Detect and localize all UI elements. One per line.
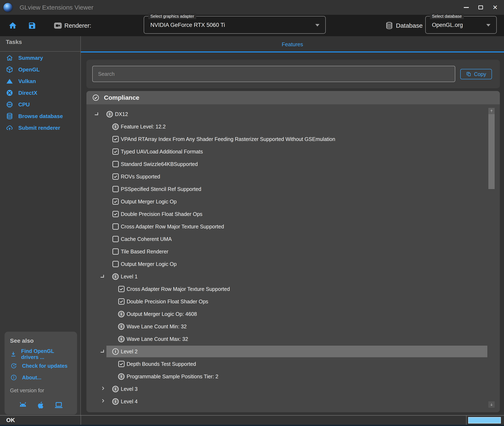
tree-row-label: ROVs Supported: [121, 174, 160, 180]
tree-row-cross-adapter-row-major-texture-supported[interactable]: Cross Adapter Row Major Texture Supporte…: [86, 283, 500, 295]
see-also-header: See also: [10, 338, 72, 344]
scroll-down-button[interactable]: [488, 401, 495, 408]
statusbar: OK: [0, 415, 504, 425]
sidebar-item-opengl[interactable]: OpenGL: [0, 64, 80, 75]
video-camera-icon: [53, 21, 63, 30]
tree-row-level-1[interactable]: i Level 1: [86, 270, 500, 283]
tree-row-cache-coherent-uma[interactable]: Cache Coherent UMA: [86, 233, 500, 245]
tree-row-label: Level 4: [121, 398, 138, 405]
tab-features[interactable]: Features: [282, 41, 303, 48]
unchecked-checkbox-icon: [113, 161, 119, 167]
tree-row-label: DX12: [115, 111, 128, 117]
laptop-icon[interactable]: [54, 401, 63, 411]
minimize-button[interactable]: [464, 7, 469, 8]
sidebar-item-directx[interactable]: DirectX: [0, 87, 80, 99]
see-also-link-label: Find OpenGL drivers ...: [21, 348, 72, 360]
home-button[interactable]: [8, 21, 17, 30]
tree-row-dx12[interactable]: i DX12: [86, 108, 500, 120]
tree-row-feature-level-12-2[interactable]: i Feature Level: 12.2: [86, 120, 500, 133]
graphics-adapter-select-label: Select graphics adapter: [148, 14, 196, 19]
tree-row-label: Standard Swizzle64KBSupported: [121, 161, 198, 167]
tree-row-cross-adapter-row-major-texture-supported[interactable]: Cross Adapter Row Major Texture Supporte…: [86, 220, 500, 233]
tree-row-wave-lane-count-max-32[interactable]: i Wave Lane Count Max: 32: [86, 333, 500, 345]
cube-icon: [6, 66, 13, 73]
scrollbar: [488, 108, 495, 408]
graphics-adapter-select[interactable]: Select graphics adapter NVIDIA GeForce R…: [144, 16, 326, 34]
tree-row-tile-based-renderer[interactable]: Tile Based Renderer: [86, 245, 500, 258]
tree-row-vpand-rtarray-index-from-any-shader-feeding-rasterizer-supported-without-gsemulation[interactable]: VPAnd RTArray Index From Any Shader Feed…: [86, 133, 500, 145]
database-select[interactable]: Select database OpenGL.org: [425, 16, 497, 34]
checked-checkbox-icon: [118, 298, 125, 305]
database-select-label: Select database: [430, 14, 464, 19]
info-icon: i: [106, 111, 113, 117]
window-title: GLview Extensions Viewer: [20, 4, 93, 11]
tree-row-programmable-sample-positions-tier-2[interactable]: i Programmable Sample Positions Tier: 2: [86, 370, 500, 383]
see-also-link-about[interactable]: About...: [10, 372, 72, 383]
info-icon: i: [118, 336, 125, 342]
unchecked-checkbox-icon: [113, 186, 119, 192]
taskbar-edge: [0, 425, 504, 426]
info-icon: i: [112, 348, 119, 355]
android-icon[interactable]: [18, 401, 28, 411]
update-icon: [10, 362, 17, 369]
graphics-adapter-value: NVIDIA GeForce RTX 5060 Ti: [150, 22, 225, 28]
sidebar-item-label: Submit renderer: [18, 125, 60, 131]
tree-row-output-merger-logic-op[interactable]: Output Merger Logic Op: [86, 195, 500, 208]
see-also-links: Find OpenGL drivers ... Check for update…: [10, 348, 72, 383]
save-button[interactable]: [28, 21, 36, 30]
scroll-up-button[interactable]: [488, 108, 495, 114]
tree-row-double-precision-float-shader-ops[interactable]: Double Precision Float Shader Ops: [86, 295, 500, 308]
save-icon: [28, 21, 36, 30]
tree-row-label: VPAnd RTArray Index From Any Shader Feed…: [121, 136, 335, 142]
tree-row-wave-lane-count-min-32[interactable]: i Wave Lane Count Min: 32: [86, 320, 500, 333]
collapse-arrow-icon: [95, 113, 98, 115]
see-also-link-check-for-updates[interactable]: Check for updates: [10, 360, 72, 372]
close-button[interactable]: ✕: [493, 4, 498, 11]
tree-row-output-merger-logic-op-4608[interactable]: i Output Merger Logic Op: 4608: [86, 308, 500, 320]
checked-checkbox-icon: [113, 199, 119, 205]
info-icon: i: [118, 373, 125, 380]
tree-row-typed-uavload-additional-formats[interactable]: Typed UAVLoad Additional Formats: [86, 145, 500, 158]
divider: [466, 416, 467, 425]
tree-row-level-3[interactable]: i Level 3: [86, 383, 500, 395]
maximize-button[interactable]: [478, 5, 483, 9]
tree-row-output-merger-logic-op[interactable]: Output Merger Logic Op: [86, 258, 500, 270]
tree-row-rovs-supported[interactable]: ROVs Supported: [86, 170, 500, 183]
unchecked-checkbox-icon: [113, 248, 119, 255]
scrollbar-thumb[interactable]: [488, 114, 495, 189]
main-content: Features Copy Compliance i DX12 i Featur…: [81, 36, 504, 415]
tree-row-label: Wave Lane Count Min: 32: [127, 324, 187, 330]
info-icon: i: [112, 398, 119, 405]
apple-icon[interactable]: [36, 401, 45, 411]
sidebar-item-cpu[interactable]: 64 CPU: [0, 99, 80, 110]
check-circle-icon: [92, 94, 99, 101]
tree-row-label: Cache Coherent UMA: [121, 236, 172, 242]
tree-row-label: PSSpecified Stencil Ref Supported: [121, 186, 201, 192]
sidebar-item-browse-database[interactable]: Browse database: [0, 110, 80, 122]
toolbar: Renderer: Select graphics adapter NVIDIA…: [0, 15, 504, 36]
xbox-icon: [6, 89, 13, 97]
tree-row-double-precision-float-shader-ops[interactable]: Double Precision Float Shader Ops: [86, 208, 500, 220]
tab-indicator: [81, 51, 504, 52]
unchecked-checkbox-icon: [113, 223, 119, 230]
tree-row-standard-swizzle64kbsupported[interactable]: Standard Swizzle64KBSupported: [86, 158, 500, 170]
sidebar-item-summary[interactable]: Summary: [0, 52, 80, 64]
sidebar-item-vulkan[interactable]: Vulkan: [0, 75, 80, 87]
get-version-label: Get version for: [10, 387, 72, 394]
copy-button[interactable]: Copy: [460, 69, 492, 79]
copy-icon: [466, 71, 471, 77]
search-input[interactable]: [92, 66, 455, 82]
download-icon: [10, 350, 17, 358]
minimize-icon: [464, 7, 469, 8]
tree-row-label: Feature Level: 12.2: [121, 124, 166, 130]
tree-row-level-2[interactable]: i Level 2: [86, 345, 500, 358]
see-also-link-find-opengl-drivers[interactable]: Find OpenGL drivers ...: [10, 348, 72, 360]
tree-row-depth-bounds-test-supported[interactable]: Depth Bounds Test Supported: [86, 358, 500, 370]
chevron-down-icon: [486, 24, 490, 26]
renderer-button[interactable]: [53, 21, 63, 30]
tree-row-psspecified-stencil-ref-supported[interactable]: PSSpecified Stencil Ref Supported: [86, 183, 500, 195]
maximize-icon: [478, 5, 483, 9]
sidebar-item-submit-renderer[interactable]: Submit renderer: [0, 122, 80, 134]
tree-row-level-4[interactable]: i Level 4: [86, 395, 500, 408]
database-icon: [6, 113, 13, 120]
